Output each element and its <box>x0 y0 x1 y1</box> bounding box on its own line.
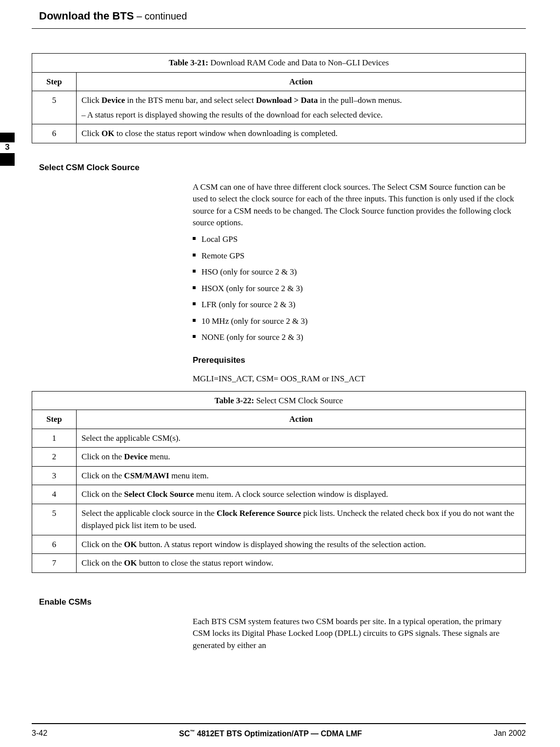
table-row: 6 Click on the OK button. A status repor… <box>32 535 526 554</box>
table-caption-label: Table 3-21: <box>169 58 208 67</box>
footer-divider <box>32 723 526 724</box>
page-footer: 3-42 SC™ 4812ET BTS Optimization/ATP — C… <box>32 723 526 738</box>
header-title: Download the BTS <box>39 10 134 22</box>
col-header-step: Step <box>32 410 77 429</box>
list-item: Local GPS <box>193 233 521 246</box>
trademark-symbol: ™ <box>190 729 195 734</box>
step-cell: 4 <box>32 485 77 504</box>
footer-date: Jan 2002 <box>494 729 526 738</box>
chapter-number: 3 <box>0 142 15 152</box>
prerequisites-heading: Prerequisites <box>193 354 521 367</box>
body-text-block: A CSM can one of have three different cl… <box>193 181 521 385</box>
tab-bar-top <box>0 133 15 142</box>
table-row: 5 Select the applicable clock source in … <box>32 504 526 535</box>
action-cell: Click Device in the BTS menu bar, and se… <box>77 91 526 124</box>
table-header-row: Step Action <box>32 72 526 91</box>
action-subitem: – A status report is displayed showing t… <box>90 109 520 121</box>
list-item: HSOX (only for source 2 & 3) <box>193 282 521 295</box>
step-cell: 6 <box>32 535 77 554</box>
list-item: Remote GPS <box>193 250 521 262</box>
action-cell: Click on the Select Clock Source menu it… <box>77 485 526 504</box>
action-cell: Click on the OK button. A status report … <box>77 535 526 554</box>
table-caption-row: Table 3-21: Download RAM Code and Data t… <box>32 54 526 73</box>
step-cell: 5 <box>32 91 77 124</box>
table-row: 5 Click Device in the BTS menu bar, and … <box>32 91 526 124</box>
step-cell: 3 <box>32 466 77 485</box>
section-heading-csm-clock: Select CSM Clock Source <box>39 163 526 173</box>
col-header-action: Action <box>77 72 526 91</box>
page-number: 3-42 <box>32 729 47 738</box>
col-header-action: Action <box>77 410 526 429</box>
action-cell: Click on the OK button to close the stat… <box>77 554 526 573</box>
table-caption: Table 3-21: Download RAM Code and Data t… <box>32 54 526 73</box>
page-running-header: Download the BTS – continued <box>39 10 526 22</box>
table-caption-text: Download RAM Code and Data to Non–GLI De… <box>208 58 389 67</box>
action-cell: Click OK to close the status report wind… <box>77 124 526 143</box>
intro-paragraph: A CSM can one of have three different cl… <box>193 181 521 230</box>
table-caption: Table 3-22: Select CSM Clock Source <box>32 391 526 410</box>
table-row: 3 Click on the CSM/MAWI menu item. <box>32 466 526 485</box>
step-cell: 2 <box>32 448 77 467</box>
list-item: LFR (only for source 2 & 3) <box>193 298 521 311</box>
step-cell: 1 <box>32 429 77 448</box>
body-text-block: Each BTS CSM system features two CSM boa… <box>193 616 521 652</box>
header-continued: – continued <box>134 11 187 21</box>
enable-csms-paragraph: Each BTS CSM system features two CSM boa… <box>193 616 521 652</box>
footer-title: SC™ 4812ET BTS Optimization/ATP — CDMA L… <box>179 729 362 738</box>
chapter-tab: 3 <box>0 133 15 166</box>
step-cell: 6 <box>32 124 77 143</box>
action-cell: Select the applicable CSM(s). <box>77 429 526 448</box>
header-divider <box>32 28 526 29</box>
step-cell: 7 <box>32 554 77 573</box>
table-caption-row: Table 3-22: Select CSM Clock Source <box>32 391 526 410</box>
step-cell: 5 <box>32 504 77 535</box>
table-row: 7 Click on the OK button to close the st… <box>32 554 526 573</box>
prerequisites-text: MGLI=INS_ACT, CSM= OOS_RAM or INS_ACT <box>193 373 521 385</box>
action-cell: Select the applicable clock source in th… <box>77 504 526 535</box>
options-list: Local GPS Remote GPS HSO (only for sourc… <box>193 233 521 344</box>
list-item: NONE (only for source 2 & 3) <box>193 331 521 344</box>
table-caption-label: Table 3-22: <box>215 396 254 405</box>
action-cell: Click on the Device menu. <box>77 448 526 467</box>
section-heading-enable-csms: Enable CSMs <box>39 597 526 607</box>
action-cell: Click on the CSM/MAWI menu item. <box>77 466 526 485</box>
table-row: 4 Click on the Select Clock Source menu … <box>32 485 526 504</box>
list-item: HSO (only for source 2 & 3) <box>193 266 521 278</box>
col-header-step: Step <box>32 72 77 91</box>
tab-bar-bottom <box>0 153 15 166</box>
table-3-21: Table 3-21: Download RAM Code and Data t… <box>32 53 526 143</box>
table-3-22: Table 3-22: Select CSM Clock Source Step… <box>32 391 526 573</box>
table-row: 1 Select the applicable CSM(s). <box>32 429 526 448</box>
table-caption-text: Select CSM Clock Source <box>254 396 343 405</box>
list-item: 10 MHz (only for source 2 & 3) <box>193 315 521 328</box>
table-row: 2 Click on the Device menu. <box>32 448 526 467</box>
table-row: 6 Click OK to close the status report wi… <box>32 124 526 143</box>
table-header-row: Step Action <box>32 410 526 429</box>
